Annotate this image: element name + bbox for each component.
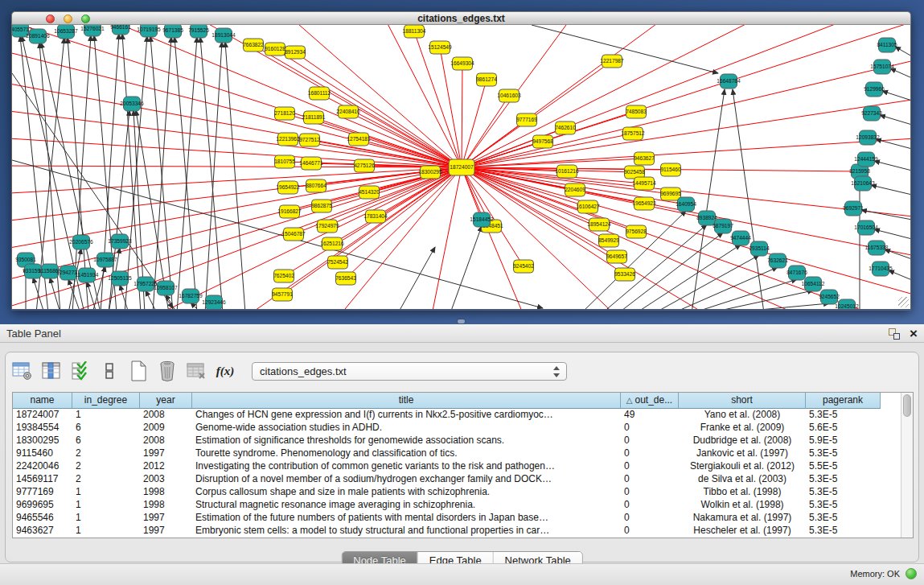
svg-text:4514320: 4514320 bbox=[359, 189, 380, 195]
network-canvas-svg: 1830029576638229160128891293427181201221… bbox=[12, 25, 911, 310]
cell-in_degree: 6 bbox=[72, 422, 140, 435]
svg-text:9350081: 9350081 bbox=[15, 257, 36, 262]
network-view-window[interactable]: citations_edges.txt 18300295766382291601… bbox=[11, 11, 911, 311]
cell-year: 1998 bbox=[140, 486, 192, 499]
table-mode-icon[interactable] bbox=[12, 360, 33, 381]
cell-name: 18300295 bbox=[13, 435, 72, 447]
function-builder-icon[interactable]: f(x) bbox=[215, 360, 236, 381]
table-select-dropdown[interactable]: citations_edges.txt bbox=[252, 362, 567, 381]
table-vertical-scrollbar[interactable] bbox=[901, 393, 913, 538]
window-resize-grip[interactable] bbox=[898, 297, 909, 307]
table-row[interactable]: 1456911722003Disruption of a novel membe… bbox=[13, 473, 881, 486]
column-header-in_degree[interactable]: in_degree bbox=[72, 393, 140, 409]
svg-text:15184452: 15184452 bbox=[470, 216, 494, 222]
svg-text:2718120: 2718120 bbox=[274, 110, 295, 116]
cell-out_de: 0 bbox=[621, 447, 679, 460]
column-header-year[interactable]: year bbox=[140, 393, 192, 409]
svg-text:7462610: 7462610 bbox=[555, 125, 576, 130]
svg-text:11675338: 11675338 bbox=[865, 245, 889, 250]
cell-pagerank: 5.3E-5 bbox=[806, 473, 881, 486]
delete-table-icon[interactable] bbox=[186, 360, 207, 381]
svg-text:19654923: 19654923 bbox=[632, 200, 656, 206]
svg-text:10719195: 10719195 bbox=[137, 27, 161, 32]
table-row[interactable]: 1872400712008Changes of HCN gene express… bbox=[13, 409, 881, 422]
svg-text:18724007: 18724007 bbox=[450, 164, 474, 170]
table-panel-title: Table Panel bbox=[6, 328, 61, 340]
cell-year: 1997 bbox=[140, 525, 192, 538]
float-panel-icon[interactable] bbox=[889, 328, 900, 340]
cell-short: Wolkin et al. (1998) bbox=[679, 499, 806, 512]
svg-text:16648784: 16648784 bbox=[717, 78, 741, 84]
cell-title: Tourette syndrome. Phenomenology and cla… bbox=[192, 447, 621, 460]
svg-text:21811891: 21811891 bbox=[302, 114, 326, 120]
svg-text:20891406: 20891406 bbox=[26, 33, 50, 39]
column-header-pagerank[interactable]: pagerank bbox=[806, 393, 881, 409]
svg-text:15276021: 15276021 bbox=[80, 26, 105, 31]
close-panel-icon[interactable]: × bbox=[910, 326, 918, 342]
table-row[interactable]: 977716911998Corpus callosum shape and si… bbox=[13, 486, 881, 499]
cell-out_de: 0 bbox=[621, 499, 679, 512]
table-header-row: namein_degreeyeartitle△out_de...shortpag… bbox=[13, 393, 881, 409]
cell-pagerank: 5.3E-5 bbox=[806, 447, 881, 460]
memory-status-icon bbox=[906, 568, 917, 579]
svg-text:10653287: 10653287 bbox=[54, 28, 78, 34]
cell-year: 2003 bbox=[140, 473, 192, 486]
svg-text:7636543: 7636543 bbox=[335, 275, 356, 281]
cell-year: 2008 bbox=[140, 435, 192, 447]
svg-text:18300295: 18300295 bbox=[418, 169, 442, 175]
svg-text:15124549: 15124549 bbox=[428, 44, 452, 50]
column-header-title[interactable]: title bbox=[192, 393, 621, 409]
svg-text:14646771: 14646771 bbox=[299, 160, 323, 166]
node-table[interactable]: namein_degreeyeartitle△out_de...shortpag… bbox=[12, 392, 914, 538]
cell-out_de: 0 bbox=[621, 512, 679, 525]
delete-column-icon[interactable] bbox=[157, 360, 178, 381]
svg-text:12505135: 12505135 bbox=[108, 275, 132, 281]
table-row[interactable]: 2242004622012Investigating the contribut… bbox=[13, 460, 881, 473]
svg-text:18811304: 18811304 bbox=[403, 28, 426, 34]
table-row[interactable]: 946362711997Embryonic stem cells: a mode… bbox=[13, 525, 881, 538]
column-header-short[interactable]: short bbox=[679, 393, 806, 409]
svg-text:12213963: 12213963 bbox=[276, 136, 300, 142]
cell-year: 2009 bbox=[140, 422, 192, 435]
svg-text:8411305: 8411305 bbox=[877, 42, 897, 47]
cell-short: Nakamura et al. (1997) bbox=[679, 512, 806, 525]
table-row[interactable]: 946554611997Estimation of the future num… bbox=[13, 512, 881, 525]
table-row[interactable]: 1938455462009Genome-wide association stu… bbox=[13, 422, 881, 435]
svg-text:22408410: 22408410 bbox=[336, 109, 360, 114]
memory-status-label: Memory: OK bbox=[850, 569, 900, 579]
application-desktop: citations_edges.txt 18300295766382291601… bbox=[0, 0, 924, 585]
svg-text:8549929: 8549929 bbox=[598, 237, 619, 243]
network-canvas[interactable]: 1830029576638229160128891293427181201221… bbox=[11, 25, 911, 310]
row-height-icon[interactable] bbox=[99, 360, 120, 381]
svg-text:12923446: 12923446 bbox=[202, 299, 226, 305]
window-titlebar[interactable]: citations_edges.txt bbox=[11, 11, 911, 25]
cell-name: 9463627 bbox=[13, 525, 72, 538]
svg-text:9699695: 9699695 bbox=[660, 191, 681, 196]
table-row[interactable]: 1830029562008Estimation of significance … bbox=[13, 435, 881, 447]
window-title: citations_edges.txt bbox=[12, 13, 910, 24]
cell-in_degree: 2 bbox=[72, 473, 140, 486]
panel-splitter-handle[interactable] bbox=[458, 319, 465, 323]
show-columns-icon[interactable] bbox=[41, 360, 62, 381]
cell-short: Dudbridge et al. (2008) bbox=[679, 435, 806, 447]
svg-text:9457791: 9457791 bbox=[272, 291, 293, 297]
svg-text:12217987: 12217987 bbox=[600, 58, 624, 64]
svg-text:8807664: 8807664 bbox=[306, 183, 326, 188]
table-body: 1872400712008Changes of HCN gene express… bbox=[13, 409, 881, 538]
create-column-icon[interactable] bbox=[128, 360, 149, 381]
cell-out_de: 0 bbox=[621, 486, 679, 499]
table-row[interactable]: 969969511998Structural magnetic resonanc… bbox=[13, 499, 881, 512]
column-header-name[interactable]: name bbox=[13, 393, 72, 409]
cell-in_degree: 2 bbox=[72, 460, 140, 473]
svg-text:9474444: 9474444 bbox=[730, 235, 751, 241]
cell-short: Franke et al. (2009) bbox=[679, 422, 806, 435]
svg-text:9756928: 9756928 bbox=[626, 229, 647, 234]
svg-text:9245402: 9245402 bbox=[513, 263, 534, 269]
cell-name: 18724007 bbox=[13, 409, 72, 422]
table-row[interactable]: 911546021997Tourette syndrome. Phenomeno… bbox=[13, 447, 881, 460]
select-columns-icon[interactable] bbox=[70, 360, 91, 381]
scrollbar-thumb[interactable] bbox=[903, 394, 911, 417]
svg-text:10654112: 10654112 bbox=[802, 281, 825, 286]
column-header-out_de[interactable]: △out_de... bbox=[621, 393, 679, 409]
cell-pagerank: 5.3E-5 bbox=[806, 525, 881, 538]
